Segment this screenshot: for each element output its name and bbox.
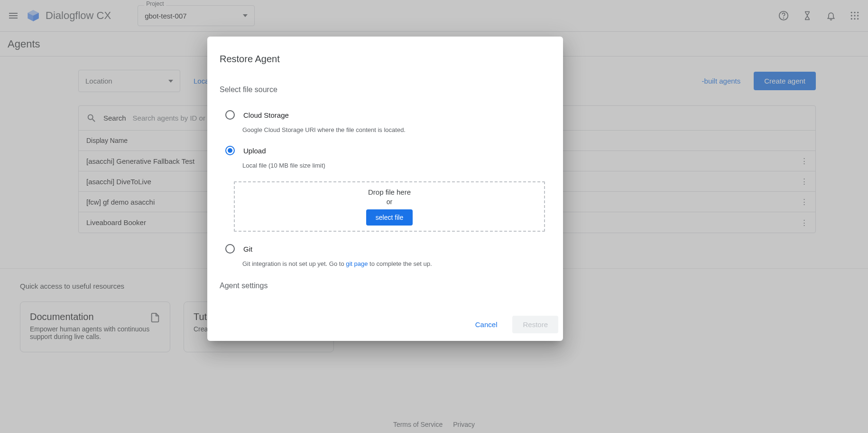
file-dropzone[interactable]: Drop file here or select file — [234, 181, 545, 232]
modal-section-source: Select file source — [220, 85, 551, 94]
restore-agent-modal: Restore Agent Select file source Cloud S… — [207, 37, 563, 341]
restore-button: Restore — [512, 316, 558, 333]
modal-footer: Cancel Restore — [207, 308, 563, 341]
git-page-link[interactable]: git page — [346, 260, 368, 267]
modal-title: Restore Agent — [220, 54, 551, 65]
radio-icon[interactable] — [225, 110, 235, 120]
radio-git[interactable]: Git — [220, 244, 551, 254]
upload-desc: Local file (10 MB file size limit) — [220, 162, 551, 169]
git-desc: Git integration is not set up yet. Go to… — [220, 260, 551, 267]
radio-upload[interactable]: Upload — [220, 146, 551, 155]
drop-or: or — [387, 198, 392, 206]
radio-label: Cloud Storage — [243, 111, 289, 119]
radio-icon[interactable] — [225, 244, 235, 254]
select-file-button[interactable]: select file — [366, 209, 413, 226]
modal-section-settings: Agent settings — [220, 282, 551, 290]
radio-icon[interactable] — [225, 146, 235, 155]
radio-cloud-storage[interactable]: Cloud Storage — [220, 110, 551, 120]
cloud-storage-desc: Google Cloud Storage URI where the file … — [220, 126, 551, 133]
drop-text: Drop file here — [368, 188, 411, 196]
cancel-button[interactable]: Cancel — [469, 316, 504, 333]
radio-label: Upload — [243, 147, 266, 155]
radio-label: Git — [243, 245, 252, 253]
